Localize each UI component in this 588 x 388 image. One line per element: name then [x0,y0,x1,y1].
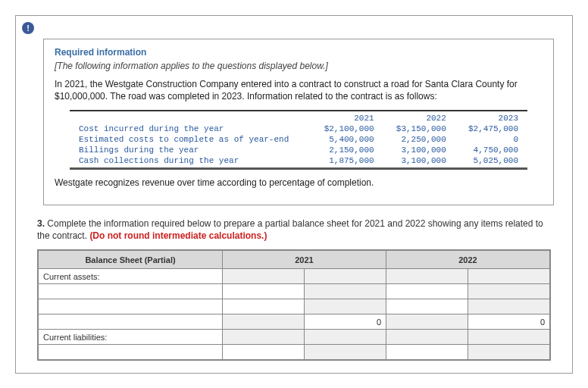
recognition-note: Westgate recognizes revenue over time ac… [55,177,543,189]
blank-cell [305,330,386,345]
cell: $2,100,000 [311,124,383,134]
question-text: 3. Complete the information required bel… [37,217,551,242]
row-label: Billings during the year [70,145,311,155]
cell: 4,750,000 [455,145,527,155]
blank-cell [386,314,468,330]
blank-cell [223,314,305,330]
input-cell[interactable] [223,299,305,314]
blank-cell [386,330,468,345]
alert-icon: ! [22,22,34,34]
total-cell-2022: 0 [468,314,550,330]
col-2021: 2021 [311,113,383,124]
blank-cell [468,299,550,314]
balance-sheet-table: Balance Sheet (Partial) 2021 2022 Curren… [37,249,551,361]
input-cell[interactable] [386,345,468,360]
contract-data-table: 2021 2022 2023 Cost incurred during the … [70,110,527,170]
blank-cell [468,269,550,284]
blank-cell [305,299,386,314]
question-number: 3. [37,218,45,229]
required-info-heading: Required information [55,47,543,58]
blank-cell [223,269,305,284]
blank-cell [305,269,386,284]
sheet-title: Balance Sheet (Partial) [39,251,223,269]
blank-cell [305,345,386,360]
sheet-col-2022: 2022 [386,251,550,269]
col-2022: 2022 [383,113,455,124]
blank-cell [468,284,550,299]
cell: 3,100,000 [383,155,455,166]
row-label: Cash collections during the year [70,155,311,166]
blank-cell [223,330,305,345]
blank-cell [386,269,468,284]
row-label: Cost incurred during the year [70,124,311,134]
cell: 5,400,000 [311,134,383,145]
cell: 3,100,000 [383,145,455,155]
cell: 5,025,000 [455,155,527,166]
blank-cell [468,345,550,360]
cell: 1,875,000 [311,155,383,166]
input-cell[interactable] [223,284,305,299]
input-cell[interactable] [223,345,305,360]
info-panel: Required information [The following info… [43,39,554,205]
blank-cell [305,284,386,299]
col-2023: 2023 [455,113,527,124]
input-cell[interactable] [39,314,223,330]
problem-container: ! Required information [The following in… [15,15,573,374]
current-assets-label: Current assets: [39,269,223,284]
cell: 0 [455,134,527,145]
cell: 2,250,000 [383,134,455,145]
cell: 2,150,000 [311,145,383,155]
applies-note: [The following information applies to th… [55,61,543,71]
cell: $2,475,000 [455,124,527,134]
input-cell[interactable] [39,284,223,299]
row-label: Estimated costs to complete as of year-e… [70,134,311,145]
input-cell[interactable] [39,345,223,360]
input-cell[interactable] [386,284,468,299]
cell: $3,150,000 [383,124,455,134]
sheet-col-2021: 2021 [223,251,386,269]
input-cell[interactable] [386,299,468,314]
current-liabilities-label: Current liabilities: [39,330,223,345]
total-cell-2021: 0 [305,314,386,330]
input-cell[interactable] [39,299,223,314]
intro-text: In 2021, the Westgate Construction Compa… [55,79,543,102]
question-warning: (Do not round intermediate calculations.… [89,230,267,241]
blank-cell [468,330,550,345]
